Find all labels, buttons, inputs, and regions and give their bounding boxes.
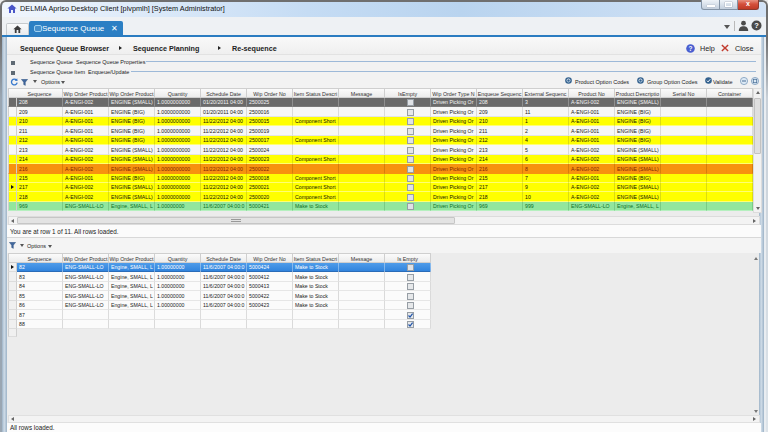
svg-text:?: ? [689, 45, 693, 52]
svg-text:?: ? [754, 21, 759, 30]
